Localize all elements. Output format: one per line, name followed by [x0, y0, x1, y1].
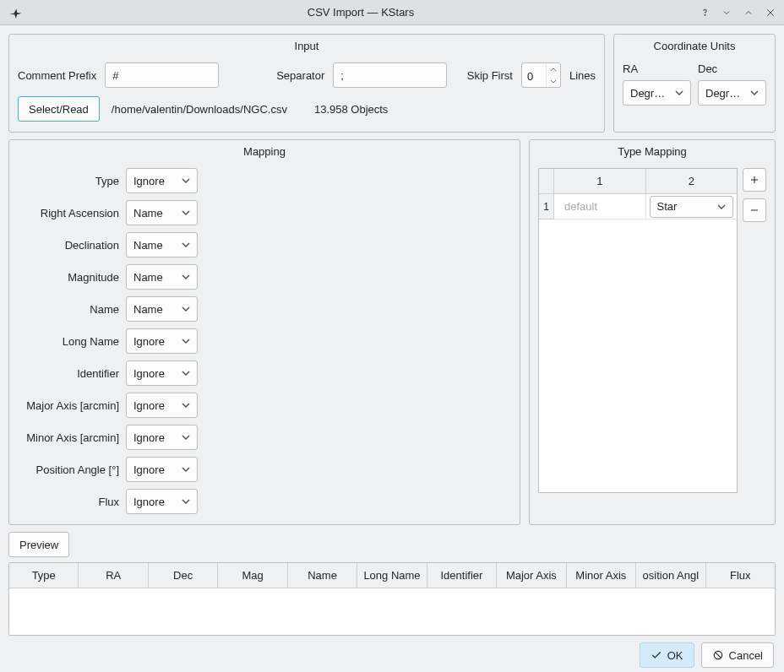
preview-col-header[interactable]: Flux — [706, 563, 775, 588]
app-icon — [7, 4, 24, 21]
coord-title: Coordinate Units — [614, 35, 775, 56]
dec-units-select[interactable]: Degrees — [698, 80, 766, 106]
input-title: Input — [9, 35, 604, 56]
mapping-row: Minor Axis [arcmin]Ignore — [18, 425, 237, 450]
mapping-row-label: Flux — [18, 496, 119, 508]
skip-first-input[interactable] — [522, 63, 546, 88]
chevron-down-icon — [182, 178, 190, 183]
preview-col-header[interactable]: Type — [9, 563, 79, 588]
select-read-button[interactable]: Select/Read — [18, 96, 100, 122]
spin-up-icon[interactable] — [547, 63, 560, 75]
type-map-col-2[interactable]: 2 — [646, 169, 738, 193]
type-mapping-table: 1 2 1 Star — [538, 168, 738, 493]
mapping-row: Major Axis [arcmin]Ignore — [18, 393, 237, 418]
chevron-down-icon — [717, 204, 726, 209]
type-map-text-input[interactable] — [558, 194, 642, 219]
mapping-row: Right AscensionName — [18, 200, 237, 225]
table-corner — [539, 169, 554, 193]
ra-label: RA — [623, 62, 691, 75]
chevron-down-icon — [182, 274, 190, 279]
mapping-row: DeclinationName — [18, 232, 237, 257]
mapping-row: MagnitudeName — [18, 264, 237, 290]
lines-label: Lines — [569, 69, 596, 82]
maximize-icon[interactable] — [742, 6, 755, 19]
type-mapping-title: Type Mapping — [530, 140, 775, 161]
mapping-row-select[interactable]: Name — [126, 264, 198, 290]
minimize-icon[interactable] — [720, 6, 733, 19]
mapping-row-select[interactable]: Ignore — [126, 360, 198, 386]
chevron-down-icon — [182, 467, 190, 472]
mapping-row-select[interactable]: Ignore — [126, 168, 198, 193]
mapping-row-select[interactable]: Name — [126, 200, 198, 225]
remove-row-button[interactable] — [743, 198, 766, 222]
add-row-button[interactable] — [743, 168, 766, 192]
mapping-row: Long NameIgnore — [18, 328, 237, 354]
mapping-row-select[interactable]: Ignore — [126, 425, 198, 450]
type-map-col-1[interactable]: 1 — [554, 169, 646, 193]
mapping-row-select[interactable]: Ignore — [126, 489, 198, 514]
mapping-title: Mapping — [9, 140, 520, 161]
chevron-down-icon — [182, 210, 190, 215]
preview-col-header[interactable]: osition Angl — [636, 563, 705, 588]
cancel-icon — [712, 649, 724, 661]
mapping-row: Position Angle [°]Ignore — [18, 457, 237, 482]
preview-table: TypeRADecMagNameLong NameIdentifierMajor… — [8, 562, 776, 636]
mapping-row-select[interactable]: Name — [126, 232, 198, 257]
preview-col-header[interactable]: Minor Axis — [567, 563, 636, 588]
coord-units-groupbox: Coordinate Units RA Dec Degrees Degrees — [613, 34, 776, 133]
mapping-row: IdentifierIgnore — [18, 360, 237, 386]
mapping-row: FluxIgnore — [18, 489, 237, 514]
chevron-down-icon — [182, 242, 190, 247]
chevron-down-icon — [182, 371, 190, 376]
cancel-button[interactable]: Cancel — [701, 642, 774, 668]
chevron-down-icon — [182, 499, 190, 504]
preview-button[interactable]: Preview — [8, 532, 69, 557]
titlebar: CSV Import — KStars — [0, 0, 784, 25]
svg-line-7 — [715, 653, 720, 658]
chevron-down-icon — [182, 339, 190, 344]
preview-col-header[interactable]: Major Axis — [497, 563, 566, 588]
preview-col-header[interactable]: Dec — [149, 563, 218, 588]
comment-prefix-label: Comment Prefix — [18, 69, 96, 82]
type-map-row: 1 Star — [539, 194, 737, 219]
close-icon[interactable] — [764, 6, 777, 19]
chevron-down-icon — [182, 435, 190, 440]
mapping-row-label: Identifier — [18, 367, 119, 380]
type-map-type-select[interactable]: Star — [650, 196, 734, 218]
mapping-row-label: Name — [18, 303, 119, 316]
preview-col-header[interactable]: Identifier — [427, 563, 497, 588]
preview-table-body — [9, 588, 775, 635]
file-path-text: /home/valentin/Downloads/NGC.csv — [112, 103, 287, 116]
help-icon[interactable] — [698, 6, 711, 19]
mapping-row-label: Major Axis [arcmin] — [18, 399, 119, 412]
preview-col-header[interactable]: Mag — [218, 563, 287, 588]
chevron-down-icon — [182, 306, 190, 312]
preview-col-header[interactable]: Name — [288, 563, 357, 588]
chevron-down-icon — [182, 403, 190, 408]
comment-prefix-input[interactable] — [105, 62, 219, 88]
preview-col-header[interactable]: Long Name — [357, 563, 427, 588]
mapping-row: TypeIgnore — [18, 168, 237, 193]
dec-label: Dec — [698, 62, 766, 75]
mapping-row-label: Declination — [18, 239, 119, 252]
window-title: CSV Import — KStars — [24, 6, 698, 19]
type-mapping-groupbox: Type Mapping 1 2 1 — [529, 139, 776, 525]
separator-input[interactable] — [333, 62, 447, 88]
separator-label: Separator — [276, 69, 324, 82]
object-count-text: 13.958 Objects — [314, 103, 388, 116]
mapping-row-select[interactable]: Ignore — [126, 457, 198, 482]
chevron-down-icon — [750, 90, 759, 95]
mapping-row: NameName — [18, 296, 237, 322]
mapping-row-select[interactable]: Ignore — [126, 393, 198, 418]
spin-down-icon[interactable] — [547, 75, 560, 87]
mapping-row-select[interactable]: Ignore — [126, 328, 198, 354]
ok-button[interactable]: OK — [640, 642, 694, 668]
ra-units-select[interactable]: Degrees — [623, 80, 691, 106]
mapping-groupbox: Mapping TypeIgnoreRight AscensionNameDec… — [8, 139, 520, 525]
type-map-row-head[interactable]: 1 — [539, 194, 554, 219]
preview-col-header[interactable]: RA — [79, 563, 148, 588]
mapping-row-label: Minor Axis [arcmin] — [18, 431, 119, 444]
skip-first-spinbox[interactable] — [521, 62, 561, 88]
mapping-row-select[interactable]: Name — [126, 296, 198, 322]
svg-point-0 — [705, 14, 705, 15]
